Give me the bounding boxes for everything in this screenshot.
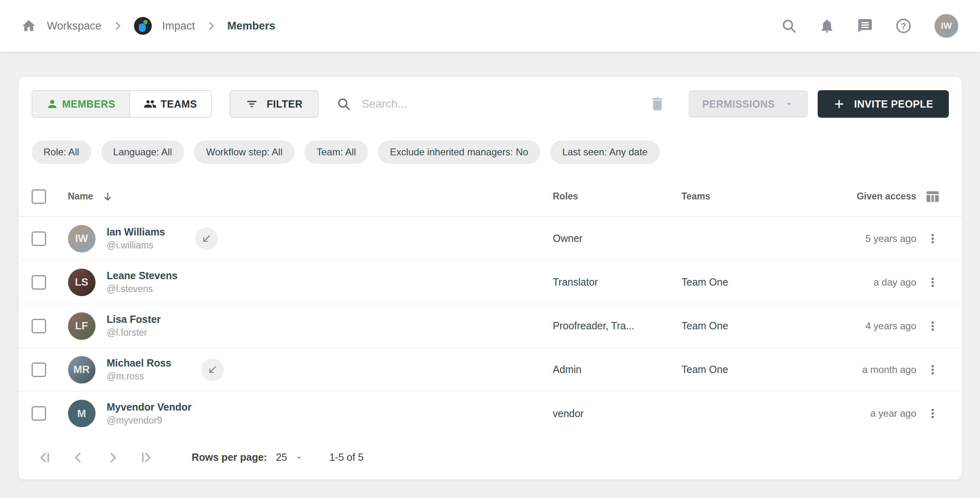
previous-page-button[interactable] [70,449,87,466]
member-roles: Admin [553,364,682,375]
avatar: LS [68,269,96,296]
column-header-name-label: Name [68,191,94,202]
member-name-cell: LF Lisa Foster @l.forster [68,312,553,340]
table-row: IW Ian Williams @i.williams Owner 5 year… [19,217,962,261]
invite-people-button[interactable]: INVITE PEOPLE [818,90,948,118]
select-all-checkbox[interactable] [32,189,46,204]
row-menu-kebab-icon[interactable] [922,359,943,380]
column-header-given-access: Given access [807,191,916,202]
search-icon [336,97,351,111]
caret-down-icon [294,453,304,462]
home-icon[interactable] [21,18,36,34]
chevron-right-icon [112,20,123,32]
project-logo-icon [134,17,152,35]
filter-chips-row: Role: AllLanguage: AllWorkflow step: All… [19,140,962,164]
rows-per-page-label: Rows per page: [192,451,267,463]
row-menu-kebab-icon[interactable] [922,316,943,337]
avatar: M [68,400,96,427]
notifications-bell-icon[interactable] [819,18,835,34]
member-username: @l.stevens [107,284,178,295]
avatar: MR [68,356,96,384]
row-checkbox[interactable] [32,319,46,333]
sort-descending-arrow-icon [102,191,113,202]
filter-button[interactable]: FILTER [230,90,319,118]
table-row: MR Michael Ross @m.ross Admin Team One a… [19,348,962,392]
login-as-badge[interactable] [195,227,218,250]
column-header-name[interactable]: Name [68,191,553,202]
caret-down-icon [784,99,794,109]
user-avatar[interactable]: IW [934,13,959,38]
pagination-range: 1-5 of 5 [329,451,364,463]
filter-chip[interactable]: Workflow step: All [194,140,295,164]
member-name: Michael Ross [107,357,172,369]
svg-text:?: ? [901,21,906,31]
member-roles: vendor [553,408,682,420]
member-teams[interactable]: Team One [682,276,807,288]
column-settings-icon[interactable] [925,189,941,205]
tab-teams-label: TEAMS [161,98,197,110]
first-page-button[interactable] [36,449,53,466]
arrow-received-icon [201,233,212,244]
row-checkbox[interactable] [32,362,46,377]
breadcrumb-project[interactable]: Impact [162,20,195,32]
table-row: M Myvendor Vendor @myvendor9 vendor a ye… [19,392,962,435]
filter-button-label: FILTER [267,98,303,110]
rows-per-page-select[interactable]: 25 [276,451,304,463]
members-panel: MEMBERS TEAMS FILTER PERMI [19,77,962,479]
row-checkbox[interactable] [32,275,46,290]
delete-trash-icon[interactable] [646,95,669,112]
permissions-button[interactable]: PERMISSIONS [689,90,808,118]
filter-icon [246,98,258,110]
last-page-button[interactable] [138,449,155,466]
tab-members-label: MEMBERS [62,98,115,110]
tab-teams[interactable]: TEAMS [130,91,211,117]
member-name-cell: IW Ian Williams @i.williams [68,225,553,252]
member-given-access: 4 years ago [807,320,916,332]
filter-chip[interactable]: Language: All [101,140,184,164]
member-roles: Owner [553,233,682,244]
member-name-cell: LS Leane Stevens @l.stevens [68,269,553,296]
member-username: @i.williams [107,240,165,251]
filter-chip[interactable]: Team: All [304,140,368,164]
people-icon [144,97,157,110]
permissions-button-label: PERMISSIONS [702,98,775,110]
member-name: Ian Williams [107,226,165,238]
member-name: Leane Stevens [107,270,178,282]
row-checkbox[interactable] [32,406,46,421]
next-page-button[interactable] [104,449,121,466]
tab-members[interactable]: MEMBERS [32,91,130,117]
help-icon[interactable]: ? [895,17,912,34]
avatar: LF [68,312,96,340]
search-input[interactable] [361,97,627,110]
member-given-access: a day ago [807,277,916,288]
login-as-badge[interactable] [201,358,224,381]
messages-chat-icon[interactable] [857,18,873,34]
member-name: Lisa Foster [107,314,161,325]
search-icon[interactable] [781,18,797,34]
breadcrumb-current-page: Members [227,20,276,32]
filter-chip[interactable]: Last seen: Any date [550,140,660,164]
breadcrumb-workspace[interactable]: Workspace [47,20,102,32]
row-menu-kebab-icon[interactable] [922,228,943,249]
pagination-bar: Rows per page: 25 1-5 of 5 [19,435,962,479]
member-username: @l.forster [107,327,161,338]
row-checkbox[interactable] [32,231,46,246]
member-name: Myvendor Vendor [107,401,192,413]
filter-chip[interactable]: Role: All [32,140,91,164]
member-name-cell: M Myvendor Vendor @myvendor9 [68,400,553,427]
row-menu-kebab-icon[interactable] [922,403,943,424]
member-teams[interactable]: Team One [682,320,807,332]
member-teams[interactable]: Team One [682,364,807,375]
table-row: LF Lisa Foster @l.forster Proofreader, T… [19,304,962,348]
member-roles: Proofreader, Tra... [553,320,682,332]
search-box [336,97,627,111]
person-icon [46,98,58,110]
row-menu-kebab-icon[interactable] [922,272,943,293]
plus-icon [833,98,845,110]
table-body: IW Ian Williams @i.williams Owner 5 year… [19,217,962,435]
filter-chip[interactable]: Exclude inherited managers: No [378,140,540,164]
member-username: @myvendor9 [107,415,192,426]
member-given-access: a year ago [807,408,916,419]
column-header-teams: Teams [682,191,807,202]
arrow-received-icon [207,364,218,375]
